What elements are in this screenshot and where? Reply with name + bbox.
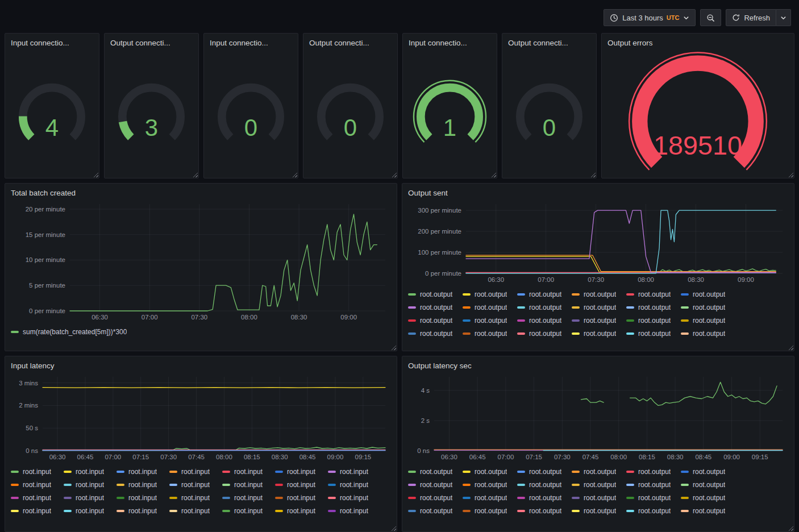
panel-title[interactable]: Output connecti... bbox=[309, 37, 392, 49]
panel-resize-handle[interactable] bbox=[392, 172, 397, 177]
legend-item[interactable]: root.output bbox=[463, 328, 517, 339]
legend-item[interactable]: root.output bbox=[408, 466, 463, 477]
legend-item[interactable]: root.input bbox=[222, 505, 275, 516]
legend-item[interactable]: root.output bbox=[408, 328, 463, 339]
legend-item[interactable]: root.input bbox=[328, 466, 381, 477]
legend-item[interactable]: root.output bbox=[408, 302, 463, 313]
legend-item[interactable]: root.output bbox=[572, 289, 626, 300]
panel-resize-handle[interactable] bbox=[93, 172, 98, 177]
legend-item[interactable]: root.input bbox=[11, 492, 64, 503]
legend-item[interactable]: root.output bbox=[408, 315, 463, 326]
legend-item[interactable]: root.output bbox=[517, 302, 572, 313]
legend-item[interactable]: root.input bbox=[169, 479, 222, 490]
panel-title[interactable]: Input connectio... bbox=[11, 37, 93, 49]
legend-item[interactable]: root.output bbox=[681, 315, 735, 326]
panel-resize-handle[interactable] bbox=[391, 526, 396, 531]
legend-item[interactable]: root.output bbox=[463, 315, 517, 326]
legend-item[interactable]: root.output bbox=[408, 479, 463, 490]
legend-item[interactable]: root.output bbox=[517, 289, 572, 300]
legend-item[interactable]: root.input bbox=[222, 466, 275, 477]
legend-item[interactable]: root.output bbox=[463, 302, 517, 313]
chart-input_latency[interactable]: 06:3006:4507:0007:1507:3007:4508:0008:15… bbox=[11, 372, 391, 462]
zoom-out-button[interactable] bbox=[700, 9, 721, 26]
legend-item[interactable]: root.output bbox=[408, 492, 463, 503]
panel-resize-handle[interactable] bbox=[391, 345, 396, 350]
legend-item[interactable]: root.output bbox=[572, 328, 626, 339]
legend-item[interactable]: root.output bbox=[408, 505, 463, 516]
legend-item[interactable]: root.input bbox=[11, 466, 64, 477]
panel-title[interactable]: Total batch created bbox=[11, 187, 391, 200]
legend-item[interactable]: root.output bbox=[681, 505, 735, 516]
legend-item[interactable]: root.output bbox=[463, 492, 517, 503]
chart-output_sent[interactable]: 06:3007:0007:3008:0008:3009:000 per minu… bbox=[408, 200, 788, 285]
legend-item[interactable]: root.input bbox=[64, 505, 116, 516]
panel-resize-handle[interactable] bbox=[788, 172, 793, 177]
panel-title[interactable]: Output connecti... bbox=[508, 37, 590, 49]
panel-resize-handle[interactable] bbox=[788, 345, 793, 350]
legend-item[interactable]: sum(rate(batch_created[5m]))*300 bbox=[11, 326, 391, 337]
legend-item[interactable]: root.output bbox=[626, 466, 681, 477]
legend-item[interactable]: root.input bbox=[169, 492, 222, 503]
legend-item[interactable]: root.input bbox=[64, 479, 116, 490]
legend-item[interactable]: root.input bbox=[275, 492, 328, 503]
legend-item[interactable]: root.input bbox=[222, 479, 275, 490]
legend-item[interactable]: root.output bbox=[626, 328, 681, 339]
legend-item[interactable]: root.output bbox=[626, 315, 681, 326]
panel-title[interactable]: Input latency bbox=[11, 360, 391, 372]
legend-item[interactable]: root.output bbox=[517, 479, 572, 490]
chart-output_latency_sec[interactable]: 06:3006:4507:0007:1507:3007:4508:0008:15… bbox=[408, 372, 788, 462]
panel-resize-handle[interactable] bbox=[292, 172, 297, 177]
legend-item[interactable]: root.output bbox=[463, 505, 517, 516]
legend-item[interactable]: root.input bbox=[169, 505, 222, 516]
time-range-picker[interactable]: Last 3 hours UTC bbox=[604, 9, 696, 26]
refresh-interval-dropdown[interactable] bbox=[776, 9, 791, 26]
legend-item[interactable]: root.output bbox=[463, 289, 517, 300]
legend-item[interactable]: root.output bbox=[681, 492, 735, 503]
legend-item[interactable]: root.output bbox=[681, 328, 735, 339]
legend-item[interactable]: root.input bbox=[275, 466, 328, 477]
legend-item[interactable]: root.input bbox=[275, 505, 328, 516]
legend-item[interactable]: root.output bbox=[681, 302, 735, 313]
chart-total_batch_created[interactable]: 06:3007:0007:3008:0008:3009:000 per minu… bbox=[11, 200, 391, 322]
panel-title[interactable]: Output latency sec bbox=[408, 360, 788, 372]
legend-item[interactable]: root.input bbox=[64, 466, 116, 477]
panel-resize-handle[interactable] bbox=[788, 526, 793, 531]
panel-title[interactable]: Input connectio... bbox=[210, 37, 292, 49]
legend-item[interactable]: root.input bbox=[64, 492, 116, 503]
legend-item[interactable]: root.output bbox=[626, 505, 681, 516]
legend-item[interactable]: root.output bbox=[626, 479, 681, 490]
legend-item[interactable]: root.input bbox=[11, 505, 64, 516]
legend-item[interactable]: root.output bbox=[517, 466, 572, 477]
legend-item[interactable]: root.input bbox=[116, 505, 169, 516]
legend-item[interactable]: root.output bbox=[572, 505, 626, 516]
legend-item[interactable]: root.output bbox=[681, 479, 735, 490]
panel-title[interactable]: Output errors bbox=[607, 37, 788, 49]
legend-item[interactable]: root.output bbox=[463, 466, 517, 477]
panel-title[interactable]: Output sent bbox=[408, 187, 788, 200]
legend-item[interactable]: root.output bbox=[517, 328, 572, 339]
legend-item[interactable]: root.output bbox=[572, 466, 626, 477]
panel-title[interactable]: Input connectio... bbox=[409, 37, 491, 49]
legend-item[interactable]: root.output bbox=[572, 315, 626, 326]
legend-item[interactable]: root.output bbox=[517, 505, 572, 516]
legend-item[interactable]: root.input bbox=[275, 479, 328, 490]
legend-item[interactable]: root.output bbox=[463, 479, 517, 490]
legend-item[interactable]: root.input bbox=[116, 479, 169, 490]
refresh-button[interactable]: Refresh bbox=[726, 9, 776, 26]
legend-item[interactable]: root.output bbox=[572, 479, 626, 490]
legend-item[interactable]: root.input bbox=[116, 466, 169, 477]
legend-item[interactable]: root.input bbox=[11, 479, 64, 490]
legend-item[interactable]: root.output bbox=[681, 289, 735, 300]
legend-item[interactable]: root.input bbox=[328, 492, 381, 503]
legend-item[interactable]: root.output bbox=[626, 492, 681, 503]
panel-title[interactable]: Output connecti... bbox=[110, 37, 193, 49]
legend-item[interactable]: root.output bbox=[681, 466, 735, 477]
legend-item[interactable]: root.output bbox=[572, 492, 626, 503]
legend-item[interactable]: root.input bbox=[328, 479, 381, 490]
legend-item[interactable]: root.input bbox=[116, 492, 169, 503]
legend-item[interactable]: root.output bbox=[626, 289, 681, 300]
panel-resize-handle[interactable] bbox=[590, 172, 596, 177]
legend-item[interactable]: root.input bbox=[222, 492, 275, 503]
legend-item[interactable]: root.output bbox=[517, 315, 572, 326]
panel-resize-handle[interactable] bbox=[491, 172, 496, 177]
